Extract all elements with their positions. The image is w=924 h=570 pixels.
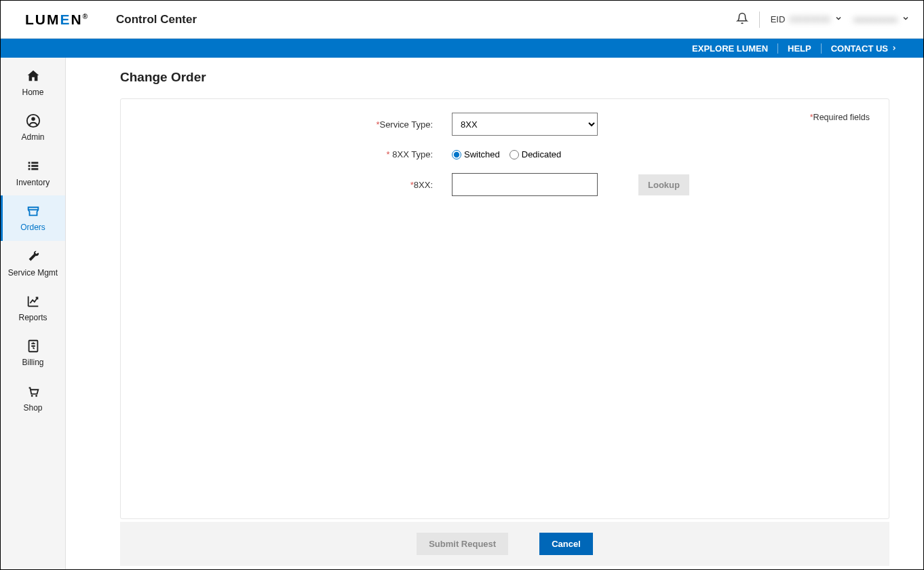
header-right: EID XXXXXXX xxxxxxxxxx (736, 12, 910, 28)
content-area: Change Order *Required fields *Service T… (66, 58, 923, 569)
sidebar-label: Orders (20, 223, 45, 232)
sidebar-label: Inventory (16, 178, 50, 187)
svg-point-10 (35, 395, 37, 397)
radio-dedicated[interactable]: Dedicated (509, 149, 562, 159)
required-fields-note: *Required fields (810, 113, 870, 122)
contact-us-link[interactable]: CONTACT US (821, 43, 907, 54)
logo[interactable]: LUMEN® (25, 12, 89, 28)
form-panel: *Required fields *Service Type: 8XX * 8X… (120, 98, 889, 519)
sidebar-item-billing[interactable]: Billing (1, 330, 65, 375)
8xx-type-label: * 8XX Type: (140, 149, 452, 159)
logo-text: LUMEN® (25, 12, 89, 28)
sidebar-item-service-mgmt[interactable]: Service Mgmt (1, 241, 65, 286)
chevron-down-icon (834, 14, 843, 24)
chevron-right-icon (891, 43, 898, 54)
svg-point-1 (31, 117, 35, 121)
radio-switched-label: Switched (464, 149, 500, 159)
row-service-type: *Service Type: 8XX (140, 113, 870, 136)
sidebar-label: Admin (21, 132, 44, 142)
top-header: LUMEN® Control Center EID XXXXXXX xxxxxx… (1, 1, 923, 39)
svg-rect-3 (31, 162, 38, 164)
radio-dedicated-label: Dedicated (522, 149, 562, 159)
footer-action-bar: Submit Request Cancel (120, 522, 889, 566)
8xx-number-label: *8XX: (140, 180, 452, 190)
main-layout: Home Admin Inventory Orders Service Mgmt… (1, 58, 923, 569)
svg-rect-2 (28, 162, 30, 164)
radio-switched-input[interactable] (452, 150, 461, 159)
svg-rect-6 (28, 168, 30, 170)
sidebar-item-admin[interactable]: Admin (1, 105, 65, 150)
row-8xx-type: * 8XX Type: Switched Dedicated (140, 149, 870, 159)
row-8xx-number: *8XX: Lookup (140, 173, 870, 196)
submit-request-button[interactable]: Submit Request (417, 533, 508, 555)
radio-switched[interactable]: Switched (452, 149, 500, 159)
svg-point-9 (31, 395, 33, 397)
sidebar-item-orders[interactable]: Orders (1, 195, 65, 240)
sidebar-label: Reports (18, 313, 47, 322)
divider (759, 12, 760, 28)
sidebar-item-home[interactable]: Home (1, 60, 65, 105)
contact-us-label: CONTACT US (831, 43, 888, 54)
sidebar-label: Home (22, 88, 43, 97)
svg-rect-7 (31, 168, 38, 170)
8xx-number-input[interactable] (452, 173, 598, 196)
blue-nav-bar: EXPLORE LUMEN HELP CONTACT US (1, 39, 923, 58)
lookup-button[interactable]: Lookup (638, 174, 689, 195)
radio-dedicated-input[interactable] (509, 150, 519, 159)
username: xxxxxxxxxx (853, 14, 898, 24)
eid-dropdown[interactable]: EID XXXXXXX (771, 14, 843, 24)
svg-rect-4 (28, 165, 30, 167)
cancel-button[interactable]: Cancel (539, 533, 593, 555)
explore-lumen-link[interactable]: EXPLORE LUMEN (682, 43, 777, 54)
sidebar-label: Billing (22, 358, 43, 367)
sidebar-item-inventory[interactable]: Inventory (1, 151, 65, 195)
username-dropdown[interactable]: xxxxxxxxxx (853, 14, 910, 24)
chevron-down-icon (902, 14, 910, 24)
service-type-label: *Service Type: (140, 119, 452, 130)
sidebar-label: Shop (23, 403, 42, 413)
eid-value: XXXXXXX (789, 14, 830, 24)
sidebar-label: Service Mgmt (8, 268, 58, 278)
sidebar-item-reports[interactable]: Reports (1, 286, 65, 330)
help-link[interactable]: HELP (777, 43, 821, 54)
svg-rect-5 (31, 165, 38, 167)
eid-label: EID (771, 14, 786, 24)
service-type-select[interactable]: 8XX (452, 113, 598, 136)
sidebar: Home Admin Inventory Orders Service Mgmt… (1, 58, 66, 569)
app-title: Control Center (116, 13, 197, 26)
page-title: Change Order (120, 70, 889, 85)
notification-bell-icon[interactable] (736, 12, 748, 27)
sidebar-item-shop[interactable]: Shop (1, 376, 65, 421)
